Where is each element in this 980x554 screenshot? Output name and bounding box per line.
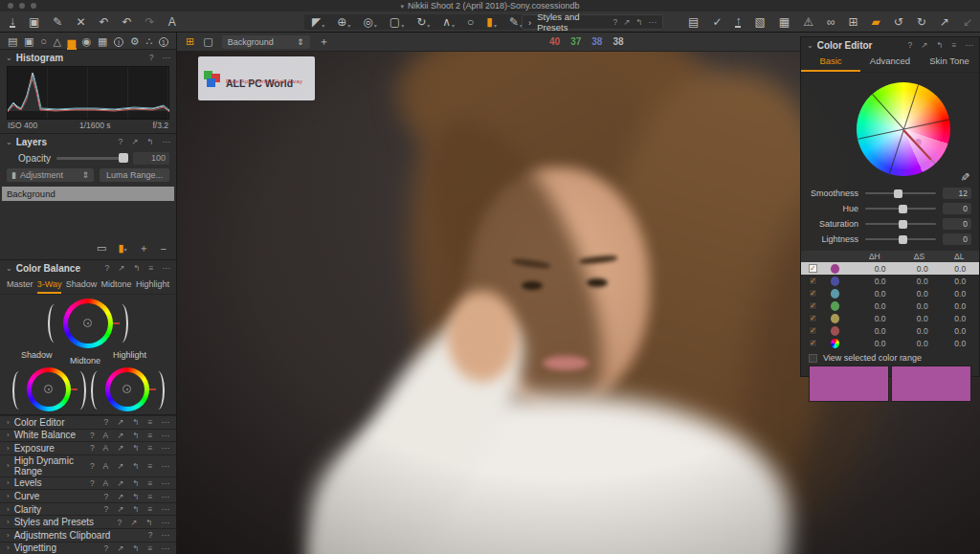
hue-value[interactable]: 0 [943,203,971,214]
lightness-value[interactable]: 0 [943,233,971,245]
help-icon[interactable]: ? [90,443,95,453]
more-icon[interactable]: ⋯ [162,492,170,501]
layer-item-background[interactable]: Background [2,187,174,201]
more-icon[interactable]: ⋯ [162,543,170,553]
copy-adjustments-icon[interactable]: ▤ [688,15,699,29]
highlight-color-wheel[interactable] [105,367,149,411]
help-icon[interactable]: ? [104,543,109,553]
color-row-red[interactable]: ✓ 0.00.00.0 [801,324,979,337]
help-icon[interactable]: ? [90,478,95,488]
keystone-tool[interactable]: ∧▾ [442,15,455,29]
menu-icon[interactable]: ≡ [148,431,153,440]
cursor-up-icon[interactable]: ↗ [940,15,949,29]
help-icon[interactable]: ? [119,137,123,146]
new-mask-button[interactable]: ▮▾ [118,242,126,255]
styles-presets-tool-tab[interactable]: › Styles and Presets ? ↗ ↰ ⋯ [522,14,663,30]
viewer-add-layer-icon[interactable]: ＋ [319,34,329,49]
menu-icon[interactable]: ≡ [148,443,153,453]
pan-tool[interactable]: ⊕▾ [337,15,350,29]
viewer-proof-icon[interactable]: ▢ [203,35,212,48]
luma-range-button[interactable]: Luma Range... [100,168,169,182]
help-icon[interactable]: ? [908,40,913,50]
menu-icon[interactable]: ≡ [148,417,153,427]
more-icon[interactable]: ⋯ [162,431,170,440]
more-icon[interactable]: ⋯ [162,461,170,471]
pin-icon[interactable]: ↗ [117,504,123,514]
more-icon[interactable]: ⋯ [162,504,170,514]
row-checkbox[interactable]: ✓ [809,301,817,310]
more-icon[interactable]: ⋯ [162,443,170,453]
reset-icon[interactable]: ↰ [146,137,153,146]
close-window-icon[interactable] [8,3,13,9]
menu-icon[interactable]: ≡ [148,478,153,488]
panel-row-color-editor[interactable]: ›Color Editor ?↗↰≡⋯ [0,415,176,429]
help-icon[interactable]: ? [148,530,153,540]
minimize-window-icon[interactable] [19,3,25,9]
pin-icon[interactable]: ↗ [118,263,124,273]
rotate-tool[interactable]: ↻▾ [416,15,430,29]
panel-row-clarity[interactable]: ›Clarity ?↗↰≡⋯ [0,502,176,516]
cb-tab-shadow[interactable]: Shadow [66,277,98,294]
color-row-cyan[interactable]: ✓ 0.00.00.0 [801,287,979,299]
reset-icon[interactable]: ↰ [145,518,152,527]
midtone-color-wheel[interactable] [63,299,113,348]
menu-icon[interactable]: ≡ [952,40,957,50]
view-range-checkbox[interactable] [809,354,817,363]
process-icon[interactable]: ▦ [779,15,790,29]
pin-icon[interactable]: ↗ [623,17,630,27]
row-checkbox[interactable]: ✓ [809,314,817,322]
tab-exposure[interactable]: ▅ [67,33,77,50]
collapse-chevron-icon[interactable]: ⌄ [6,264,12,273]
menu-icon[interactable]: ≡ [148,504,153,514]
cb-tab-midtone[interactable]: Midtone [101,277,132,294]
cb-tab-highlight[interactable]: Highlight [136,277,169,294]
reset-icon[interactable]: ↰ [132,431,139,440]
color-row-green[interactable]: ✓ 0.00.00.0 [801,299,979,312]
more-icon[interactable]: ⋯ [163,263,171,273]
panel-row-adjustments-clipboard[interactable]: ›Adjustments Clipboard ?⋯ [0,528,176,542]
pin-icon[interactable]: ↗ [117,478,123,488]
tab-color[interactable]: △ [52,33,61,50]
zoom-window-icon[interactable] [31,3,36,9]
pin-icon[interactable]: ↗ [117,417,123,427]
more-icon[interactable]: ⋯ [162,478,170,488]
pen-tool[interactable]: ✎▾ [509,15,523,29]
menu-icon[interactable]: ≡ [148,461,153,471]
add-layer-button[interactable]: ＋ [139,241,149,255]
ce-tab-skin-tone[interactable]: Skin Tone [920,53,979,72]
tab-adjustments[interactable]: ▦ [97,33,108,50]
cb-tab-master[interactable]: Master [7,277,33,294]
layer-type-dropdown[interactable]: ▮ Adjustment ⇕ [7,168,94,182]
viewer-grid-icon[interactable]: ⊞ [186,35,194,48]
highlight-right-arc-slider[interactable] [151,371,165,410]
panel-row-white-balance[interactable]: ›White Balance ?A↗↰≡⋯ [0,429,176,442]
edit-with-icon[interactable]: ▧ [754,15,765,29]
tab-details[interactable]: ◉ [81,33,93,50]
help-icon[interactable]: ? [105,263,110,273]
saturation-value[interactable]: 0 [943,218,971,230]
pin-icon[interactable]: ↗ [117,443,123,453]
loupe-tool[interactable]: ◎▾ [363,15,377,29]
tab-library[interactable]: ▤ [7,33,18,50]
help-icon[interactable]: ? [90,431,95,440]
crop-tool[interactable]: ▢▾ [390,15,404,29]
color-row-yellow[interactable]: ✓ 0.00.00.0 [801,312,979,324]
more-icon[interactable]: ⋯ [162,518,170,527]
tab-settings[interactable]: ⚙ [129,33,141,50]
help-icon[interactable]: ? [104,504,109,514]
more-icon[interactable]: ⋯ [966,40,974,50]
auto-icon[interactable]: A [103,478,109,488]
pin-icon[interactable]: ↗ [921,40,927,50]
reset-icon[interactable]: ↰ [132,492,139,501]
reset-icon[interactable]: ↰ [132,543,139,553]
recompose-proof-icon[interactable]: ∞ [827,15,835,29]
menu-icon[interactable]: ≡ [148,543,153,553]
edit-collection-icon[interactable]: ✎ [53,15,62,29]
tab-metadata[interactable]: i [113,33,124,50]
color-row-blue[interactable]: ✓ 0.00.00.0 [801,275,979,287]
import-icon[interactable]: ↓ [10,16,15,28]
exposure-warning-icon[interactable]: ⚠ [803,15,813,29]
pin-icon[interactable]: ↗ [117,492,123,501]
more-icon[interactable]: ⋯ [163,53,171,62]
undo-icon[interactable]: ↶ [122,15,132,29]
